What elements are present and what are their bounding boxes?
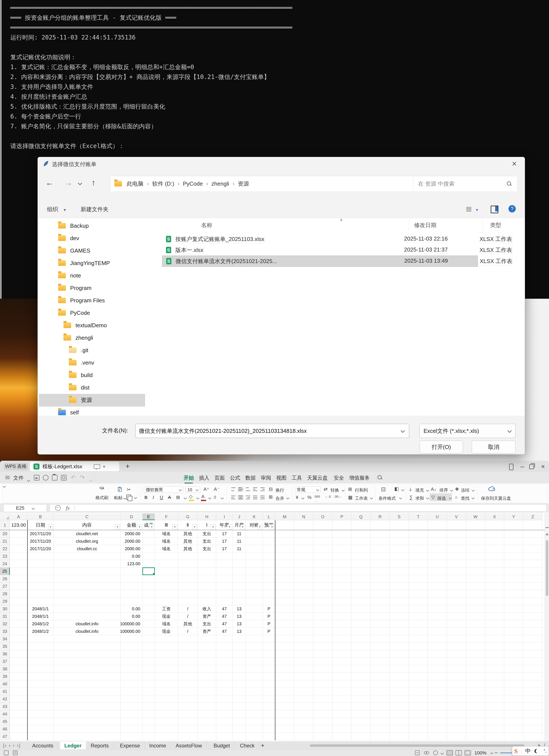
cell-L[interactable] <box>263 703 275 710</box>
cell-E[interactable] <box>143 613 155 620</box>
row-header-34[interactable]: 34 <box>0 635 10 643</box>
ribbon-tab-天翼云盘[interactable]: 天翼云盘 <box>307 474 328 481</box>
cut-icon[interactable]: ✂ <box>127 487 131 492</box>
cell-O[interactable] <box>313 583 332 590</box>
cell-J[interactable] <box>233 688 246 695</box>
cell-Z[interactable] <box>523 643 542 650</box>
zoom-dropdown-icon[interactable] <box>490 751 493 754</box>
cell-W[interactable] <box>466 665 485 673</box>
cell-H[interactable] <box>198 710 216 718</box>
cell-Y[interactable] <box>504 575 523 583</box>
cell-E[interactable] <box>143 530 155 538</box>
cell-T[interactable] <box>409 725 428 733</box>
column-header-type[interactable]: 类型 <box>490 221 501 229</box>
cell-Y[interactable] <box>504 560 523 568</box>
cell-S[interactable] <box>390 575 409 583</box>
cell-D[interactable]: 金额▼ <box>121 520 143 530</box>
cell-K[interactable] <box>246 530 263 538</box>
cell-L[interactable] <box>263 658 275 665</box>
cell-V[interactable] <box>447 598 466 605</box>
cell-L[interactable] <box>263 583 275 590</box>
cell-R[interactable] <box>370 635 390 643</box>
cell-U[interactable] <box>428 538 447 545</box>
cell-C[interactable] <box>54 658 121 665</box>
decrease-indent-icon[interactable] <box>253 487 258 492</box>
worksheet-button[interactable]: 工作表 <box>355 495 368 501</box>
cell-R[interactable] <box>370 665 390 673</box>
cell-F[interactable]: 域名 <box>155 545 178 553</box>
cell-M[interactable] <box>275 658 294 665</box>
cell-D[interactable]: 2000.00 <box>121 545 143 553</box>
wps-app-button[interactable]: WPS 表格 <box>4 463 28 470</box>
cell-N[interactable] <box>294 718 313 725</box>
cell-O[interactable] <box>313 560 332 568</box>
cell-Y[interactable] <box>504 553 523 560</box>
cell-I[interactable] <box>216 583 233 590</box>
cell-O[interactable] <box>313 703 332 710</box>
cell-Z[interactable] <box>523 598 542 605</box>
cell-J[interactable]: 13 <box>233 620 246 628</box>
cell-T[interactable] <box>409 568 428 575</box>
cell-F[interactable] <box>155 695 178 703</box>
cell-G[interactable] <box>178 725 198 733</box>
cell-F[interactable] <box>155 643 178 650</box>
cell-M[interactable] <box>275 568 294 575</box>
cell-N[interactable] <box>294 575 313 583</box>
cell-H[interactable] <box>198 650 216 658</box>
cell-F[interactable] <box>155 553 178 560</box>
cell-G[interactable] <box>178 680 198 688</box>
cell-K[interactable] <box>246 680 263 688</box>
row-header-26[interactable]: 26 <box>0 575 10 583</box>
cell-L[interactable] <box>263 643 275 650</box>
ime-punctuation-icon[interactable]: °, <box>544 748 547 753</box>
breadcrumb-item[interactable]: 资源 <box>238 180 249 188</box>
cell-S[interactable] <box>390 560 409 568</box>
cell-G[interactable] <box>178 635 198 643</box>
filter-dropdown-icon[interactable]: ▼ <box>48 524 53 529</box>
cell-W[interactable] <box>466 583 485 590</box>
cell-V[interactable] <box>447 613 466 620</box>
cell-R[interactable] <box>370 733 390 740</box>
cell-Q[interactable] <box>351 703 370 710</box>
cell-O[interactable] <box>313 568 332 575</box>
cell-M[interactable] <box>275 650 294 658</box>
cell-U[interactable] <box>428 733 447 740</box>
cell-J[interactable] <box>233 568 246 575</box>
cell-J[interactable] <box>233 590 246 598</box>
cell-R[interactable] <box>370 643 390 650</box>
cell-P[interactable] <box>332 665 351 673</box>
cell-H[interactable] <box>198 590 216 598</box>
cell-M[interactable] <box>275 718 294 725</box>
cell-Z[interactable] <box>523 613 542 620</box>
cell-D[interactable] <box>121 658 143 665</box>
strikethrough-icon[interactable]: A <box>168 495 171 500</box>
cell-S[interactable] <box>390 538 409 545</box>
cell-I[interactable] <box>216 703 233 710</box>
cell-D[interactable] <box>121 643 143 650</box>
cell-Q[interactable] <box>351 520 370 530</box>
cell-Z[interactable] <box>523 695 542 703</box>
row-header-40[interactable]: 40 <box>0 680 10 688</box>
cell-F[interactable] <box>155 575 178 583</box>
cell-Z[interactable] <box>523 673 542 680</box>
cell-P[interactable] <box>332 575 351 583</box>
cell-D[interactable] <box>121 688 143 695</box>
cell-Z[interactable] <box>523 718 542 725</box>
fill-icon[interactable]: ⤓ <box>409 486 411 492</box>
tree-item-zhengli[interactable]: zhengli <box>64 332 93 344</box>
cell-N[interactable] <box>294 620 313 628</box>
row-header-29[interactable]: 29 <box>0 598 10 605</box>
cell-G[interactable]: 其他 <box>178 530 198 538</box>
cell-A[interactable] <box>10 703 27 710</box>
cell-A[interactable] <box>10 598 27 605</box>
vertical-scroll-thumb[interactable] <box>546 540 548 596</box>
cell-I[interactable] <box>216 665 233 673</box>
cell-W[interactable] <box>466 703 485 710</box>
cell-E[interactable] <box>143 553 155 560</box>
cell-N[interactable] <box>294 673 313 680</box>
cell-E[interactable] <box>143 605 155 613</box>
cell-R[interactable] <box>370 718 390 725</box>
cell-T[interactable] <box>409 583 428 590</box>
wrap-label[interactable]: 换行 <box>275 487 284 493</box>
row-header-21[interactable]: 21 <box>0 538 10 545</box>
